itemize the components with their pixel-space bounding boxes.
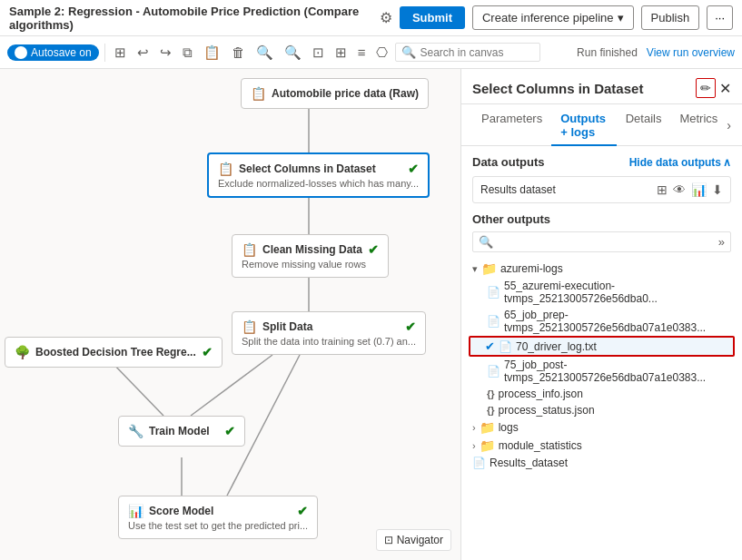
more-button[interactable]: ··· bbox=[707, 5, 733, 30]
toolbar: Autosave on ⊞ ↩ ↪ ⧉ 📋 🗑 🔍 🔍 ⊡ ⊞ ≡ ⎔ 🔍 Ru… bbox=[0, 36, 742, 69]
panel-actions: ✏ ✕ bbox=[696, 78, 731, 98]
folder-module-stats[interactable]: › 📁 module_statistics bbox=[472, 437, 731, 455]
submit-button[interactable]: Submit bbox=[400, 6, 465, 29]
list-icon[interactable]: ≡ bbox=[354, 43, 370, 62]
select-cols-icon: 📋 bbox=[218, 162, 233, 176]
split-label: Split Data bbox=[262, 320, 312, 333]
file-70-label: 70_driver_log.txt bbox=[516, 340, 597, 353]
settings-icon[interactable]: ⚙ bbox=[380, 9, 392, 26]
expand-module-icon: › bbox=[472, 440, 476, 451]
redo-icon[interactable]: ↪ bbox=[156, 43, 175, 63]
file-70-selected[interactable]: ✔ 📄 70_driver_log.txt bbox=[469, 336, 735, 357]
publish-button[interactable]: Publish bbox=[641, 5, 700, 30]
chevron-down-icon: ▾ bbox=[618, 11, 624, 25]
folder-azuremi-logs[interactable]: ▾ 📁 azuremi-logs bbox=[472, 260, 731, 278]
navigator-button[interactable]: ⊡ Navigator bbox=[376, 529, 451, 551]
zoom-out-icon[interactable]: 🔍 bbox=[281, 43, 305, 63]
fit-icon[interactable]: ⊡ bbox=[309, 43, 328, 63]
node-select-cols[interactable]: 📋 Select Columns in Dataset ✔ Exclude no… bbox=[207, 152, 430, 198]
file-process-info-label: process_info.json bbox=[499, 388, 583, 400]
search-other-icon: 🔍 bbox=[479, 235, 493, 249]
tab-outputs-logs[interactable]: Outputs + logs bbox=[551, 104, 616, 146]
module-stats-label: module_statistics bbox=[499, 439, 582, 452]
edit-button[interactable]: ✏ bbox=[696, 78, 716, 98]
search-input[interactable] bbox=[420, 46, 534, 59]
file-results-dataset[interactable]: 📄 Results_dataset bbox=[472, 455, 731, 471]
other-outputs-label: Other outputs bbox=[472, 212, 731, 226]
paste-icon[interactable]: 📋 bbox=[200, 43, 224, 63]
file-process-info[interactable]: {} process_info.json bbox=[472, 386, 731, 402]
file-icon-70: 📄 bbox=[499, 340, 512, 353]
table-icon[interactable]: ⊞ bbox=[657, 182, 668, 197]
file-65[interactable]: 📄 65_job_prep-tvmps_25213005726e56dba07a… bbox=[472, 307, 731, 336]
autosave-toggle[interactable]: Autosave on bbox=[7, 44, 99, 61]
delete-icon[interactable]: 🗑 bbox=[228, 43, 249, 62]
close-button[interactable]: ✕ bbox=[719, 78, 731, 98]
right-panel: Select Columns in Dataset ✏ ✕ Parameters… bbox=[460, 69, 742, 560]
node-clean-missing[interactable]: 📋 Clean Missing Data ✔ Remove missing va… bbox=[232, 234, 389, 278]
node-split-data[interactable]: 📋 Split Data ✔ Split the data into train… bbox=[232, 311, 426, 355]
score-sub: Use the test set to get the predicted pr… bbox=[128, 520, 308, 531]
search-other-input[interactable] bbox=[497, 236, 715, 249]
zoom-icon[interactable]: 🔍 bbox=[252, 43, 277, 63]
inference-label: Create inference pipeline bbox=[482, 11, 614, 25]
clean-check: ✔ bbox=[368, 242, 379, 257]
search-icon: 🔍 bbox=[401, 45, 416, 59]
svg-line-4 bbox=[109, 359, 163, 416]
results-dataset-file-icon: 📄 bbox=[472, 457, 486, 469]
canvas[interactable]: 📋 Automobile price data (Raw) 📋 Select C… bbox=[0, 69, 460, 560]
layout-icon[interactable]: ⊞ bbox=[111, 43, 130, 63]
top-bar: Sample 2: Regression - Automobile Price … bbox=[0, 0, 742, 36]
train-icon: 🔧 bbox=[128, 424, 143, 438]
results-icons: ⊞ 👁 📊 ⬇ bbox=[657, 182, 723, 197]
node-auto-price[interactable]: 📋 Automobile price data (Raw) bbox=[241, 78, 429, 109]
logs-folder-icon: 📁 bbox=[480, 420, 495, 435]
page-title: Sample 2: Regression - Automobile Price … bbox=[9, 5, 372, 32]
node-train-model[interactable]: 🔧 Train Model ✔ bbox=[118, 416, 245, 447]
tab-parameters[interactable]: Parameters bbox=[472, 104, 551, 146]
graph-icon[interactable]: ⎔ bbox=[372, 43, 391, 63]
select-cols-sub: Exclude normalized-losses which has many… bbox=[218, 178, 419, 189]
copy-icon[interactable]: ⧉ bbox=[179, 43, 196, 63]
panel-content: Data outputs Hide data outputs ∧ Results… bbox=[461, 146, 742, 560]
hide-data-outputs[interactable]: Hide data outputs ∧ bbox=[629, 156, 731, 169]
boosted-icon: 🌳 bbox=[15, 345, 30, 359]
file-process-status[interactable]: {} process_status.json bbox=[472, 402, 731, 418]
eye-icon[interactable]: 👁 bbox=[673, 182, 686, 197]
clean-icon: 📋 bbox=[242, 242, 257, 257]
panel-header: Select Columns in Dataset ✏ ✕ bbox=[461, 69, 742, 104]
node-score-model[interactable]: 📊 Score Model ✔ Use the test set to get … bbox=[118, 496, 318, 539]
tab-metrics[interactable]: Metrics bbox=[670, 104, 727, 146]
inference-button[interactable]: Create inference pipeline ▾ bbox=[472, 5, 634, 30]
download-icon[interactable]: ⬇ bbox=[712, 182, 723, 197]
autosave-label: Autosave on bbox=[31, 46, 92, 59]
search-other-box: 🔍 » bbox=[472, 231, 731, 252]
folder-label: azuremi-logs bbox=[500, 262, 563, 275]
panel-title: Select Columns in Dataset bbox=[472, 81, 643, 96]
file-55-label: 55_azuremi-execution-tvmps_25213005726e5… bbox=[504, 280, 731, 305]
auto-price-label: Automobile price data (Raw) bbox=[272, 87, 419, 100]
run-status: Run finished View run overview bbox=[577, 46, 735, 59]
separator-1 bbox=[104, 44, 105, 62]
clean-sub: Remove missing value rows bbox=[242, 259, 379, 270]
boosted-check: ✔ bbox=[202, 345, 213, 359]
grid-icon[interactable]: ⊞ bbox=[331, 43, 351, 63]
node-boosted-tree[interactable]: 🌳 Boosted Decision Tree Regre... ✔ bbox=[5, 337, 223, 368]
file-65-label: 65_job_prep-tvmps_25213005726e56dba07a1e… bbox=[504, 309, 731, 334]
tab-details[interactable]: Details bbox=[617, 104, 671, 146]
chart-icon[interactable]: 📊 bbox=[691, 182, 707, 197]
file-icon-55: 📄 bbox=[487, 286, 500, 299]
panel-tabs: Parameters Outputs + logs Details Metric… bbox=[461, 104, 742, 146]
folder-logs[interactable]: › 📁 logs bbox=[472, 418, 731, 437]
select-cols-check: ✔ bbox=[408, 162, 419, 176]
navigator-label: Navigator bbox=[397, 534, 443, 546]
score-label: Score Model bbox=[149, 505, 213, 517]
data-outputs-section: Data outputs Hide data outputs ∧ bbox=[472, 155, 731, 169]
file-75[interactable]: 📄 75_job_post-tvmps_25213005726e56dba07a… bbox=[472, 357, 731, 386]
undo-icon[interactable]: ↩ bbox=[134, 43, 153, 63]
view-run-link[interactable]: View run overview bbox=[647, 46, 735, 59]
collapse-panel-icon[interactable]: » bbox=[718, 235, 725, 249]
tabs-chevron-right[interactable]: › bbox=[727, 118, 731, 133]
split-icon: 📋 bbox=[242, 319, 257, 334]
file-55[interactable]: 📄 55_azuremi-execution-tvmps_25213005726… bbox=[472, 278, 731, 307]
